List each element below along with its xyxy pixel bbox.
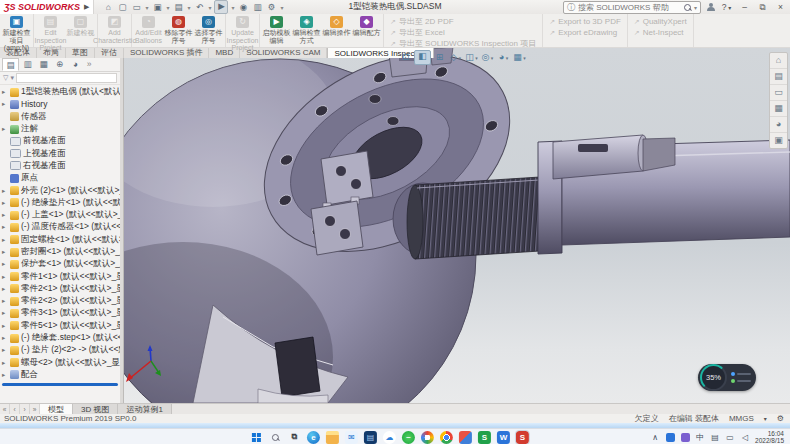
login-user-icon[interactable] [706,3,715,12]
start-button[interactable] [250,431,263,444]
dimxpertmanager-tab[interactable]: ⊕ [52,58,67,71]
ime-chinese-indicator[interactable]: 中 [695,432,705,443]
tree-expand-arrow[interactable]: ▸ [2,359,8,367]
tree-item-row-10[interactable]: ▸(-) 上盖<1> (默认<<默认>_显示状 [0,209,120,221]
browser-360-icon[interactable]: ~ [402,431,415,444]
ribbon-button[interactable]: ▣新建检查项目 (amp;N) [2,15,31,46]
view-orientation-icon[interactable]: ◇ ▾ [448,51,463,64]
tree-expand-arrow[interactable]: ▸ [2,260,8,268]
chrome-icon[interactable] [440,431,453,444]
tree-item-row-7[interactable]: 原点 [0,172,120,184]
view-orientation-icon-caret[interactable]: ▾ [457,55,461,61]
undo-icon[interactable]: ↶ [193,1,205,13]
tree-expand-arrow[interactable]: ▸ [2,309,8,317]
graphics-viewport[interactable]: ⊡◧⊞◇ ▾◫ ▾◎ ▾◕ ▾▦ ▾ ⌂▤▭▦◕▣ 35% [123,47,790,403]
save-icon-caret[interactable]: ▾ [166,4,169,11]
configurationmanager-tab[interactable]: ▦ [36,58,51,71]
print-icon-caret[interactable]: ▾ [187,4,190,11]
ribbon-button[interactable]: ◆编辑配方 [352,15,381,46]
tree-expand-arrow[interactable]: ▸ [2,346,8,354]
tree-item-root[interactable]: ▸1型铠装热电偶 (默认<默认_显示状态-1> [0,86,120,98]
taskbar-clock[interactable]: 16:042022/8/15 [755,430,784,444]
restore-button[interactable]: ⧉ [756,2,769,13]
mail-icon[interactable]: ✉ [345,431,358,444]
undo-icon-caret[interactable]: ▾ [208,4,211,11]
zoom-indicator-widget[interactable]: 35% [698,364,756,391]
tray-shield-icon[interactable] [680,432,690,443]
model-slot-opening[interactable] [275,337,320,397]
store-icon[interactable]: ▤ [364,431,377,444]
edge-browser-icon[interactable]: e [307,431,320,444]
tree-item-row-9[interactable]: ▸(-) 绝缘垫片<1> (默认<<默认>_显 [0,197,120,209]
options-gear-icon-caret[interactable]: ▾ [281,4,284,11]
ribbon-tab-5[interactable]: SOLIDWORKS 插件 [124,47,209,58]
tree-expand-arrow[interactable]: ▸ [2,248,8,256]
tree-expand-arrow[interactable]: ▸ [2,285,8,293]
search-button[interactable] [269,431,282,444]
close-button[interactable]: × [774,2,787,12]
browser-wheel-icon[interactable] [421,431,434,444]
tree-expand-arrow[interactable]: ▸ [2,199,8,207]
rollback-bar[interactable] [2,383,118,386]
displaymanager-tab[interactable]: ◕ [68,58,83,71]
tree-item-row-11[interactable]: ▸(-) 温度传感器<1> (默认<<默认>_ [0,221,120,233]
tree-item-row-6[interactable]: 右视基准面 [0,160,120,172]
file-explorer-icon[interactable]: ▭ [770,85,787,101]
model-threaded-section[interactable] [415,177,540,259]
app-s-icon[interactable]: S [478,431,491,444]
task-view-button[interactable]: ⧉ [288,431,301,444]
tree-item-row-4[interactable]: 前视基准面 [0,135,120,147]
search-icon[interactable] [684,4,691,11]
tree-expand-arrow[interactable]: ▸ [2,100,8,108]
tree-item-row-17[interactable]: ▸零件2<2> (默认<<默认>_显示状态 [0,295,120,307]
tree-item-row-20[interactable]: ▸(-) 绝缘套.step<1> (默认<<默认> [0,332,120,344]
minimize-button[interactable]: – [738,2,751,12]
options-gear-icon[interactable]: ⚙ [266,1,278,13]
display-style-icon-caret[interactable]: ▾ [474,55,478,61]
tree-item-row-15[interactable]: ▸零件1<1> (默认<<默认>_显示状态 [0,270,120,282]
propertymanager-tab[interactable]: ▥ [20,58,35,71]
tree-expand-arrow[interactable]: ▸ [2,371,8,379]
tree-item-row-18[interactable]: ▸零件3<1> (默认<<默认>_显示状态 [0,307,120,319]
ribbon-button[interactable]: ◎选择零件序号 [194,15,223,46]
tree-expand-arrow[interactable]: ▸ [2,211,8,219]
select-cursor-icon[interactable]: ▶ [214,0,228,14]
model-terminal-block-1[interactable] [321,151,373,205]
filter-caret-icon[interactable]: ▾ [10,74,14,82]
tree-expand-arrow[interactable]: ▸ [2,334,8,342]
ribbon-button[interactable]: ▶启动模板编辑 [262,15,291,46]
panel-more-chevron[interactable]: » [84,58,94,71]
tree-expand-arrow[interactable]: ▸ [2,273,8,281]
tree-item-row-22[interactable]: ▸螺母<2> (默认<<默认>_显示状态 [0,357,120,369]
tree-expand-arrow[interactable]: ▸ [2,223,8,231]
display-style-icon[interactable]: ◫ ▾ [464,51,479,64]
new-document-icon[interactable]: ▢ [116,1,128,13]
filter-input[interactable] [16,73,117,83]
tree-item-row-8[interactable]: ▸外壳 (2)<1> (默认<<默认>_显示状 [0,184,120,196]
search-caret-icon[interactable]: ▾ [694,4,697,11]
display-settings-icon[interactable]: ◉ [238,1,250,13]
app-w-icon[interactable]: W [497,431,510,444]
tree-item-row-13[interactable]: ▸密封圈<1> (默认<<默认>_显示状 [0,246,120,258]
view-settings-icon-caret[interactable]: ▾ [522,55,526,61]
custom-properties-icon[interactable]: ▣ [770,133,787,148]
menu-flyout-arrow[interactable]: ▶ [84,3,89,11]
open-icon-caret[interactable]: ▾ [145,4,148,11]
touch-keyboard-icon[interactable]: ▤ [710,432,720,443]
view-settings-icon[interactable]: ▦ ▾ [512,51,527,64]
save-icon[interactable]: ▣ [151,1,163,13]
volume-icon[interactable]: ◁ [740,432,750,443]
design-library-icon[interactable]: ▤ [770,69,787,85]
tree-expand-arrow[interactable]: ▸ [2,236,8,244]
appearances-icon[interactable]: ◕ [770,117,787,133]
cloud-app-icon[interactable]: ☁ [383,431,396,444]
tree-expand-arrow[interactable]: ▸ [2,88,8,96]
tree-item-row-3[interactable]: ▸注解 [0,123,120,135]
ribbon-tab-4[interactable]: 评估 [95,47,124,58]
tree-item-row-14[interactable]: ▸保护套<1> (默认<<默认>_显示状 [0,258,120,270]
tree-item-row-16[interactable]: ▸零件2<1> (默认<<默认>_显示状态 [0,283,120,295]
zoom-fit-icon[interactable]: ⊡ [398,51,413,64]
search-input[interactable]: ⓘ 搜索 SOLIDWORKS 帮助 ▾ [563,1,701,14]
tree-item-row-19[interactable]: ▸零件5<1> (默认<<默认>_显示状态 [0,320,120,332]
status-options-icon[interactable]: ⚙ [777,414,784,423]
